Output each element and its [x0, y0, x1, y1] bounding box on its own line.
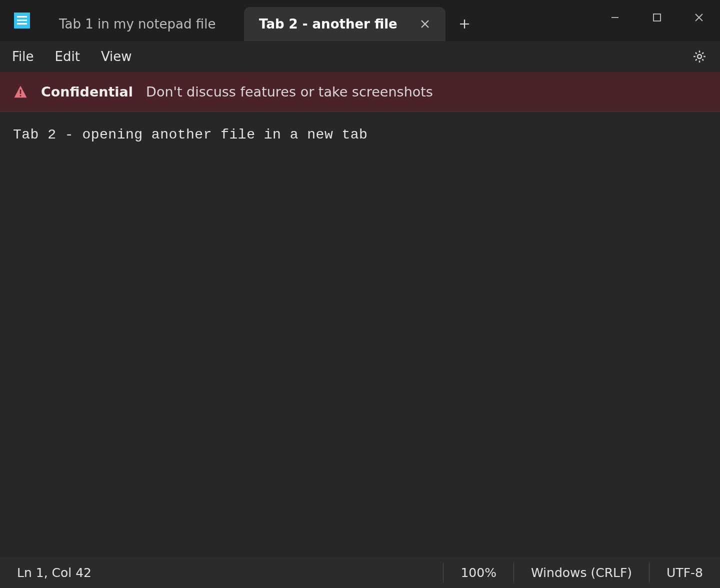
app-icon-wrap — [0, 0, 44, 41]
tab-2[interactable]: Tab 2 - another file — [244, 7, 446, 41]
svg-rect-0 — [654, 14, 660, 21]
tab-1-label: Tab 1 in my notepad file — [59, 16, 216, 32]
status-line-ending[interactable]: Windows (CRLF) — [514, 557, 649, 588]
close-tab-icon[interactable] — [416, 16, 434, 32]
svg-rect-3 — [20, 95, 22, 96]
svg-point-1 — [698, 54, 702, 58]
editor-area[interactable]: Tab 2 - opening another file in a new ta… — [0, 112, 720, 557]
gear-icon — [692, 49, 707, 64]
menu-view[interactable]: View — [101, 49, 132, 64]
banner-message: Don't discuss features or take screensho… — [146, 84, 433, 100]
tab-1[interactable]: Tab 1 in my notepad file — [44, 7, 244, 41]
tab-strip: Tab 1 in my notepad file Tab 2 - another… — [44, 0, 594, 41]
menu-file[interactable]: File — [12, 49, 34, 64]
menu-edit[interactable]: Edit — [55, 49, 80, 64]
warning-icon — [13, 84, 28, 100]
menubar: File Edit View — [0, 41, 720, 72]
window-controls — [594, 0, 720, 41]
statusbar: Ln 1, Col 42 100% Windows (CRLF) UTF-8 — [0, 557, 720, 588]
notepad-app-icon — [14, 12, 30, 28]
titlebar: Tab 1 in my notepad file Tab 2 - another… — [0, 0, 720, 41]
close-window-button[interactable] — [678, 5, 720, 30]
status-cursor[interactable]: Ln 1, Col 42 — [0, 557, 108, 588]
svg-rect-2 — [20, 90, 22, 94]
maximize-button[interactable] — [636, 5, 678, 30]
banner-title: Confidential — [41, 84, 133, 100]
status-encoding[interactable]: UTF-8 — [650, 557, 720, 588]
status-zoom[interactable]: 100% — [444, 557, 513, 588]
confidential-banner: Confidential Don't discuss features or t… — [0, 72, 720, 112]
settings-button[interactable] — [691, 48, 708, 65]
editor-content[interactable]: Tab 2 - opening another file in a new ta… — [13, 127, 707, 142]
minimize-button[interactable] — [594, 5, 636, 30]
tab-2-label: Tab 2 - another file — [259, 16, 398, 32]
new-tab-button[interactable] — [446, 7, 484, 41]
